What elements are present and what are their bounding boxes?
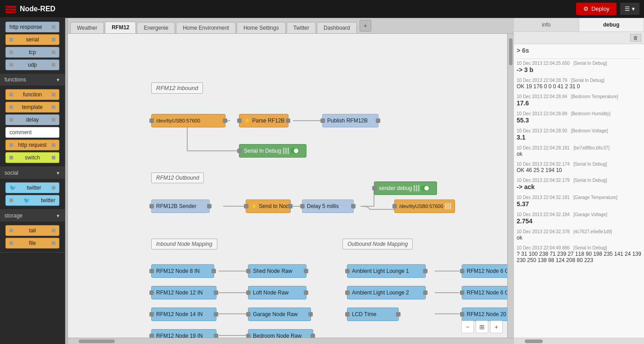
port-left xyxy=(149,290,154,295)
node-serial-out[interactable]: /dev/ttyUSB0:57600 xyxy=(394,199,455,213)
node-delay-5-millis[interactable]: Delay 5 millis xyxy=(302,199,354,213)
node-rfm12-20-out[interactable]: RFM12 Node 20 Out xyxy=(462,308,507,321)
node-rfm12-19-in[interactable]: RFM12 Node 19 IN xyxy=(151,329,216,338)
logo-icon xyxy=(5,4,17,14)
sidebar-section-functions-header[interactable]: functions ▼ xyxy=(0,74,65,86)
debug-port-indicator xyxy=(283,148,289,154)
sidebar-node-serial[interactable]: serial xyxy=(5,34,59,45)
node-parse-rf12b[interactable]: ⚡ Parse RF12B xyxy=(239,114,288,127)
h-scroll-container[interactable] xyxy=(68,338,513,344)
tab-debug[interactable]: debug xyxy=(579,18,644,32)
tab-info[interactable]: info xyxy=(514,18,579,32)
sidebar-node-twitter-2[interactable]: 🐦 twitter xyxy=(5,195,59,206)
node-ambient-lounge-1[interactable]: Ambient Light Lounge 1 xyxy=(347,264,426,278)
port-left xyxy=(149,334,154,338)
port-right xyxy=(52,241,55,245)
canvas[interactable]: RFM12 Inbound /dev/ttyUSB0:57600 ⚡ Parse… xyxy=(68,34,507,338)
debug-meta-7: 10 Dec 2013 22:04:32.174 [Serial In Debu… xyxy=(517,162,641,167)
right-panel: info debug 🗑 > 6s 10 Dec 2013 22:04:25.6… xyxy=(513,18,644,344)
port-left xyxy=(9,50,13,54)
debug-counter: > 6s xyxy=(517,47,641,54)
port-left xyxy=(9,241,13,245)
sidebar-section-storage-header[interactable]: storage ▼ xyxy=(0,210,65,222)
port-left xyxy=(246,312,251,317)
workspace: Weather RFM12 Energenie Home Environment… xyxy=(68,18,513,344)
deploy-button[interactable]: ⚙ Deploy xyxy=(576,3,617,15)
sidebar-node-function[interactable]: function xyxy=(5,89,59,100)
app-title: Node-RED xyxy=(20,5,55,13)
sidebar-node-udp[interactable]: udp xyxy=(5,59,59,70)
node-serial-in[interactable]: /dev/ttyUSB0:57600 xyxy=(151,114,225,127)
sidebar-node-tail[interactable]: tail xyxy=(5,225,59,236)
node-bedroom-raw[interactable]: Bedroom Node Raw xyxy=(248,329,313,338)
zoom-fit-button[interactable]: ⊞ xyxy=(476,321,488,333)
h-scroll-thumb[interactable] xyxy=(79,339,115,343)
node-rfm12-8-in[interactable]: RFM12 Node 8 IN xyxy=(151,264,214,278)
node-shed-raw[interactable]: Shed Node Raw xyxy=(248,264,306,278)
node-rfm12b-sender[interactable]: RFM12B Sender xyxy=(151,199,210,213)
node-rfm12-6-out-2[interactable]: RFM12 Node 6 OUT xyxy=(462,286,507,299)
right-panel-tabs: info debug xyxy=(514,18,644,32)
tab-twitter[interactable]: Twitter xyxy=(287,22,316,33)
toggle-on[interactable] xyxy=(290,148,299,154)
toggle-on2[interactable] xyxy=(421,186,430,191)
node-loft-raw[interactable]: Loft Node Raw xyxy=(248,286,306,299)
node-ambient-lounge-2[interactable]: Ambient Light Lounge 2 xyxy=(347,286,426,299)
debug-entry-10: 10 Dec 2013 22:04:32.184 [Garage Voltage… xyxy=(517,212,641,225)
menu-button[interactable]: ☰ ▾ xyxy=(620,3,639,15)
port-left xyxy=(9,38,13,41)
sidebar-section-social-header[interactable]: social ▼ xyxy=(0,167,65,179)
clear-debug-button[interactable]: 🗑 xyxy=(630,34,641,42)
port-left xyxy=(345,290,350,295)
zoom-in-button[interactable]: + xyxy=(490,321,503,333)
sidebar-node-delay[interactable]: delay xyxy=(5,114,59,125)
add-tab-button[interactable]: + xyxy=(360,20,371,32)
node-lcd-time[interactable]: LCD TIme xyxy=(347,308,399,321)
node-rfm12-12-in[interactable]: RFM12 Node 12 IN xyxy=(151,286,216,299)
tab-dashboard[interactable]: Dashboard xyxy=(317,22,357,33)
zoom-out-button[interactable]: − xyxy=(461,321,474,333)
debug-value-10: 2.754 xyxy=(517,217,641,225)
sidebar-node-twitter-1[interactable]: 🐦 twitter xyxy=(5,182,59,193)
debug-entry-7: 10 Dec 2013 22:04:32.174 [Serial In Debu… xyxy=(517,162,641,173)
node-rfm12-14-in[interactable]: RFM12 Node 14 IN xyxy=(151,308,216,321)
right-panel-bottom xyxy=(514,338,644,344)
sidebar-node-file[interactable]: file xyxy=(5,238,59,249)
tab-home-settings[interactable]: Home Settings xyxy=(237,22,286,33)
tab-weather[interactable]: Weather xyxy=(70,22,104,33)
sidebar-node-comment[interactable]: comment xyxy=(5,127,59,138)
node-rfm12-6-out-1[interactable]: RFM12 Node 6 OUT xyxy=(462,264,507,278)
main: http response serial tcp udp functions xyxy=(0,18,644,344)
node-publish-rfm12b[interactable]: Publish RFM12B xyxy=(322,114,378,127)
node-garage-raw[interactable]: Garage Node Raw xyxy=(248,308,311,321)
debug-entry-9: 10 Dec 2013 22:04:32.181 [Garage Tempera… xyxy=(517,195,641,208)
port-left xyxy=(244,204,248,208)
sidebar-node-http-request[interactable]: http request xyxy=(5,140,59,150)
vertical-scrollbar[interactable] xyxy=(507,34,513,338)
port-left xyxy=(460,312,464,317)
port-right xyxy=(423,269,428,273)
debug-meta-1: 10 Dec 2013 22:04:25.650 [Serial In Debu… xyxy=(517,61,641,66)
node-serial-in-debug[interactable]: Serial In Debug xyxy=(239,144,306,158)
v-scroll-thumb[interactable] xyxy=(509,38,513,65)
sidebar-node-switch[interactable]: switch xyxy=(5,152,59,163)
right-h-scroll-thumb[interactable] xyxy=(525,339,543,343)
sidebar-node-http-response[interactable]: http response xyxy=(5,22,59,32)
node-send-to-node[interactable]: ⚡ Send to Node xyxy=(246,199,291,213)
twitter-icon: 🐦 xyxy=(9,185,16,191)
sidebar-section-functions: functions ▼ function template delay xyxy=(0,74,65,167)
tab-energenie[interactable]: Energenie xyxy=(137,22,175,33)
port-indicator3 xyxy=(445,203,451,209)
node-sender-debug[interactable]: sender debug xyxy=(374,181,437,195)
sidebar-node-tcp[interactable]: tcp xyxy=(5,47,59,58)
port-right xyxy=(214,312,218,317)
port-left xyxy=(237,149,242,153)
port-right xyxy=(288,204,293,208)
tab-home-environment[interactable]: Home Environment xyxy=(176,22,236,33)
tab-rfm12[interactable]: RFM12 xyxy=(105,22,136,33)
port-left xyxy=(246,334,251,338)
sidebar-node-template[interactable]: template xyxy=(5,102,59,113)
port-left xyxy=(345,312,350,317)
svg-point-3 xyxy=(6,5,9,8)
port-left xyxy=(345,269,350,273)
